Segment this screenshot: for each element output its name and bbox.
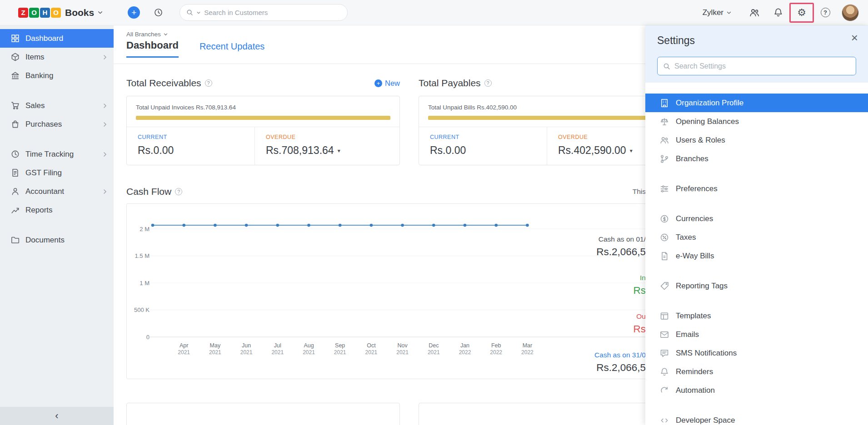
plus-icon: + — [374, 79, 382, 87]
cash-end-value: Rs.2,066,5 — [594, 362, 646, 374]
settings-item-automation[interactable]: Automation — [645, 381, 868, 400]
cash-start-label: Cash as on 01/ — [594, 235, 646, 243]
bell-icon — [660, 367, 669, 376]
notifications-bell-icon[interactable] — [769, 4, 787, 22]
settings-item-taxes[interactable]: Taxes — [645, 228, 868, 247]
search-scope-dropdown-icon[interactable] — [196, 10, 201, 15]
cube-icon — [11, 53, 20, 61]
logo-brand-text: Books — [65, 7, 94, 18]
code-icon — [660, 416, 669, 425]
help-icon[interactable]: ? — [205, 79, 212, 87]
close-icon[interactable]: × — [851, 32, 858, 44]
svg-text:1 M: 1 M — [140, 280, 150, 287]
settings-search-input[interactable] — [674, 62, 850, 70]
settings-item-preferences[interactable]: Preferences — [645, 179, 868, 198]
settings-item-reporting-tags[interactable]: Reporting Tags — [645, 277, 868, 295]
help-icon[interactable]: ? — [175, 188, 182, 195]
settings-item-sms-notifications[interactable]: SMS Notifications — [645, 344, 868, 362]
settings-item-eway-bills[interactable]: e-Way Bills — [645, 247, 868, 265]
zoho-books-logo[interactable]: Z O H O Books — [18, 7, 103, 18]
topbar-right: Zylker ⚙ ? — [703, 4, 859, 22]
chevron-down-icon — [97, 10, 103, 15]
folder-icon — [11, 236, 20, 244]
svg-text:May: May — [210, 342, 221, 349]
help-icon[interactable]: ? — [816, 4, 834, 22]
settings-item-opening-balances[interactable]: Opening Balances — [645, 112, 868, 131]
payables-summary: Total Unpaid Bills Rs.402,590.00 — [428, 104, 683, 111]
sidebar-item-documents[interactable]: Documents — [0, 231, 114, 249]
payables-current-value: Rs.0.00 — [430, 144, 536, 157]
sidebar-item-gst-filing[interactable]: GST Filing — [0, 163, 114, 182]
settings-menu: Organization Profile Opening Balances Us… — [645, 83, 868, 425]
org-selector[interactable]: Zylker — [703, 8, 732, 17]
sidebar-item-banking[interactable]: Banking — [0, 66, 114, 85]
svg-text:Oct: Oct — [367, 342, 376, 349]
quick-create-button[interactable]: + — [128, 6, 140, 19]
sidebar-item-accountant[interactable]: Accountant — [0, 182, 114, 201]
settings-item-users-roles[interactable]: Users & Roles — [645, 131, 868, 149]
help-icon[interactable]: ? — [484, 79, 492, 87]
bottom-card-left — [126, 403, 400, 425]
svg-text:Jan: Jan — [460, 342, 469, 349]
sidebar-item-purchases[interactable]: Purchases — [0, 115, 114, 133]
recent-history-icon[interactable] — [154, 8, 163, 17]
svg-text:2021: 2021 — [303, 349, 315, 356]
sidebar-item-items[interactable]: Items — [0, 48, 114, 66]
users-icon — [660, 136, 669, 145]
receivables-progress-bar — [136, 116, 390, 120]
cash-end-link[interactable]: Cash as on 31/0 — [594, 351, 646, 359]
caret-down-icon: ▾ — [338, 148, 340, 154]
refresh-icon — [660, 386, 669, 395]
bill-icon — [660, 252, 669, 261]
logo-tile: H — [40, 8, 50, 18]
sidebar-item-sales[interactable]: Sales — [0, 96, 114, 115]
svg-text:Apr: Apr — [180, 342, 188, 349]
settings-item-branches[interactable]: Branches — [645, 149, 868, 168]
sidebar-item-time-tracking[interactable]: Time Tracking — [0, 145, 114, 163]
new-receivable-button[interactable]: + New — [374, 79, 400, 88]
cashflow-title: Cash Flow — [126, 186, 171, 197]
svg-text:Jun: Jun — [242, 342, 251, 349]
settings-item-currencies[interactable]: Currencies — [645, 209, 868, 228]
receivables-overdue-value[interactable]: Rs.708,913.64 ▾ — [266, 144, 389, 157]
global-search[interactable] — [180, 4, 348, 21]
sliders-icon — [660, 184, 669, 193]
overdue-label: OVERDUE — [266, 134, 389, 140]
svg-text:Sep: Sep — [335, 342, 345, 349]
user-avatar[interactable] — [842, 4, 859, 21]
logo-tile: O — [29, 8, 39, 18]
settings-item-emails[interactable]: Emails — [645, 325, 868, 344]
search-icon — [663, 63, 670, 70]
total-receivables-card: Total Unpaid Invoices Rs.708,913.64 CURR… — [126, 96, 400, 165]
tab-recent-updates[interactable]: Recent Updates — [200, 41, 264, 58]
incoming-label: In — [594, 274, 646, 282]
collapse-chevron-icon: ‹ — [55, 410, 58, 422]
currency-coin-icon — [660, 214, 669, 223]
tab-dashboard[interactable]: Dashboard — [126, 40, 179, 58]
sidebar-item-dashboard[interactable]: Dashboard — [0, 29, 114, 48]
bank-icon — [11, 71, 20, 80]
incoming-value: Rs — [594, 285, 646, 297]
svg-text:2022: 2022 — [521, 349, 534, 356]
sidebar-collapse-button[interactable]: ‹ — [0, 407, 114, 425]
settings-item-templates[interactable]: Templates — [645, 306, 868, 325]
sidebar-item-reports[interactable]: Reports — [0, 201, 114, 219]
building-icon — [660, 99, 669, 108]
search-input[interactable] — [204, 9, 341, 16]
users-icon[interactable] — [745, 4, 763, 22]
chevron-down-icon — [726, 10, 732, 15]
settings-search[interactable] — [657, 57, 856, 75]
settings-item-developer-space[interactable]: Developer Space — [645, 411, 868, 425]
settings-item-reminders[interactable]: Reminders — [645, 362, 868, 381]
settings-gear-icon[interactable]: ⚙ — [793, 4, 811, 22]
settings-item-organization-profile[interactable]: Organization Profile — [645, 94, 868, 112]
svg-text:2021: 2021 — [178, 349, 190, 356]
cashflow-stats: Cash as on 01/ Rs.2,066,5 In Rs Ou Rs Ca… — [594, 235, 646, 374]
svg-text:2022: 2022 — [459, 349, 471, 356]
outgoing-label: Ou — [594, 312, 646, 321]
branch-selector[interactable]: All Branches — [126, 31, 168, 38]
cashflow-period-selector[interactable]: This — [633, 188, 646, 196]
settings-panel: Settings × Organization Profile Opening … — [645, 25, 868, 425]
percent-icon — [660, 233, 669, 242]
svg-text:2 M: 2 M — [140, 226, 150, 232]
